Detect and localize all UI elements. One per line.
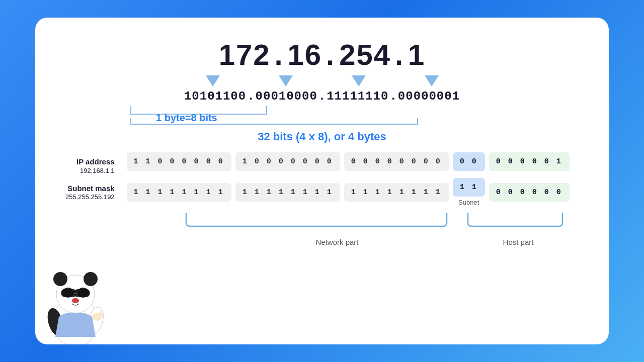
ip-octet-box-5: 0 0 0 0 0 1 bbox=[489, 152, 570, 171]
arrow-3 bbox=[352, 75, 366, 86]
subnet-label-main: Subnet mask bbox=[65, 184, 115, 194]
ip-label-sub: 192.168.1.1 bbox=[65, 167, 115, 175]
ip-octet-1: 172 bbox=[219, 38, 271, 71]
ip-address-display: 172 . 16 . 254 . 1 bbox=[219, 38, 426, 71]
ip-bits-row: 1 1 0 0 0 0 0 0 1 0 0 0 0 0 0 0 0 0 0 0 … bbox=[127, 152, 579, 171]
arrow-1 bbox=[206, 75, 220, 86]
bits-label: 32 bits (4 x 8), or 4 bytes bbox=[65, 130, 579, 143]
ip-row-label: IP address 192.168.1.1 bbox=[65, 157, 115, 175]
svg-point-9 bbox=[72, 298, 79, 303]
subnet-subnet-col: 1 1 Subnet bbox=[453, 178, 485, 206]
subnet-octet-box-4: 1 1 bbox=[453, 178, 485, 197]
ip-label-main: IP address bbox=[65, 157, 115, 167]
binary-seg-2: 00010000 bbox=[256, 89, 317, 103]
subnet-octet-box-5: 0 0 0 0 0 0 bbox=[489, 183, 570, 202]
byte-label: 1 byte=8 bits bbox=[156, 112, 217, 124]
bits-table: 1 1 0 0 0 0 0 0 1 0 0 0 0 0 0 0 0 0 0 0 … bbox=[127, 152, 579, 206]
subnet-octet-box-3: 1 1 1 1 1 1 1 1 bbox=[344, 183, 449, 202]
arrows-row bbox=[176, 75, 468, 86]
svg-point-3 bbox=[84, 272, 98, 286]
ip-subnet-col: 0 0 bbox=[453, 152, 485, 171]
panda-mascot bbox=[35, 254, 116, 344]
table-section: IP address 192.168.1.1 Subnet mask 255.2… bbox=[65, 152, 579, 206]
ip-octet-box-3: 0 0 0 0 0 0 0 0 bbox=[344, 152, 449, 171]
bracket-area: 1 byte=8 bits bbox=[126, 105, 428, 127]
ip-octet-2: 16 bbox=[288, 38, 323, 71]
ip-octet-box-2: 1 0 0 0 0 0 0 0 bbox=[235, 152, 340, 171]
binary-seg-1: 10101100 bbox=[184, 89, 246, 103]
svg-rect-13 bbox=[99, 311, 103, 318]
bottom-brace-svg bbox=[176, 210, 569, 238]
svg-point-2 bbox=[53, 272, 67, 286]
ip-octet-4: 1 bbox=[408, 38, 425, 71]
subnet-bits-row: 1 1 1 1 1 1 1 1 1 1 1 1 1 1 1 1 1 1 1 1 … bbox=[127, 178, 579, 206]
ip-dot-2: . bbox=[326, 38, 335, 71]
subnet-row-label: Subnet mask 255.255.255.192 bbox=[65, 184, 115, 202]
subnet-octet-box-1: 1 1 1 1 1 1 1 1 bbox=[127, 183, 231, 202]
ip-octet-3: 254 bbox=[339, 38, 391, 71]
ip-octet-box-4: 0 0 bbox=[453, 152, 485, 171]
main-card: 172 . 16 . 254 . 1 10101100 . 00010000 .… bbox=[35, 18, 609, 344]
subnet-label-sub: 255.255.255.192 bbox=[65, 193, 115, 202]
binary-seg-3: 11111110 bbox=[327, 89, 388, 103]
panda-svg bbox=[38, 256, 113, 344]
ip-dot-3: . bbox=[395, 38, 404, 71]
binary-seg-4: 00000001 bbox=[398, 89, 460, 103]
host-part-label: Host part bbox=[468, 238, 569, 246]
binary-display: 10101100 . 00010000 . 11111110 . 0000000… bbox=[184, 89, 460, 103]
brace-section: Network part Host part bbox=[176, 210, 569, 246]
subnet-label: Subnet bbox=[458, 199, 479, 206]
ip-dot-1: . bbox=[274, 38, 283, 71]
arrow-4 bbox=[425, 75, 439, 86]
arrow-2 bbox=[279, 75, 293, 86]
network-part-label: Network part bbox=[176, 238, 468, 246]
brace-labels-row: Network part Host part bbox=[176, 238, 569, 246]
subnet-octet-box-2: 1 1 1 1 1 1 1 1 bbox=[235, 183, 340, 202]
row-labels: IP address 192.168.1.1 Subnet mask 255.2… bbox=[65, 157, 115, 202]
ip-octet-box-1: 1 1 0 0 0 0 0 0 bbox=[127, 152, 231, 171]
